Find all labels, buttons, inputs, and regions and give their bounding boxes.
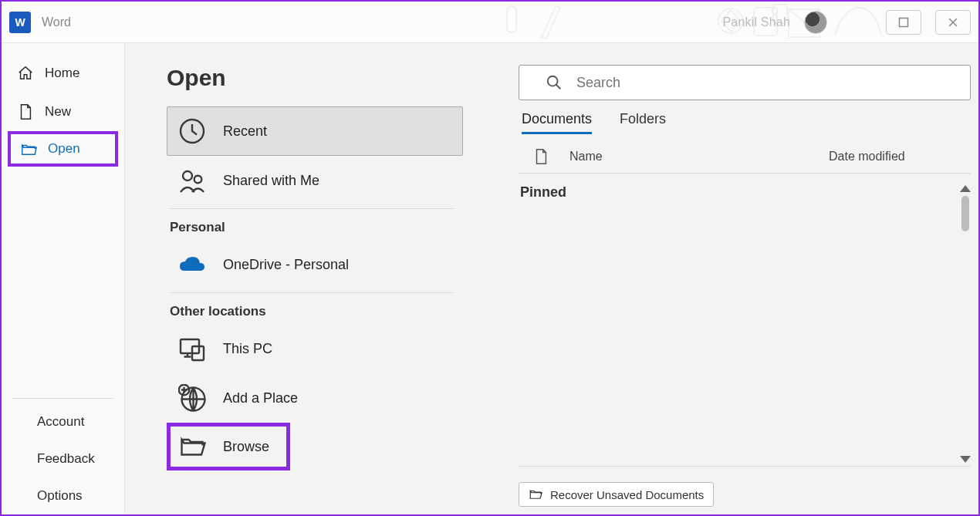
location-label: Shared with Me	[223, 173, 319, 189]
sidebar-item-label: Home	[45, 66, 79, 81]
column-headers: Name Date modified	[519, 148, 971, 174]
scroll-thumb[interactable]	[961, 196, 969, 231]
search-box[interactable]	[519, 65, 971, 100]
sidebar-item-label: Options	[37, 488, 83, 504]
app-window: W Word Pankil Shah Home New	[0, 0, 980, 516]
location-add-a-place[interactable]: Add a Place	[167, 373, 475, 423]
recover-unsaved-button[interactable]: Recover Unsaved Documents	[519, 482, 714, 507]
location-onedrive-personal[interactable]: OneDrive - Personal	[167, 240, 475, 289]
sidebar-item-account[interactable]: Account	[2, 403, 124, 440]
recover-button-label: Recover Unsaved Documents	[550, 488, 704, 501]
location-label: OneDrive - Personal	[223, 257, 349, 273]
tab-documents[interactable]: Documents	[522, 111, 592, 134]
sidebar-item-options[interactable]: Options	[2, 477, 124, 514]
sidebar-item-label: Open	[48, 141, 80, 157]
document-icon	[532, 148, 549, 165]
app-name-label: Word	[42, 15, 71, 29]
locations-column: Open Recent Shared with Me Personal	[167, 65, 475, 507]
sidebar-item-new[interactable]: New	[2, 93, 124, 131]
location-label: Browse	[223, 439, 269, 455]
sidebar-item-label: New	[45, 104, 71, 120]
tab-folders[interactable]: Folders	[620, 111, 666, 134]
window-close-button[interactable]	[935, 10, 971, 35]
titlebar: W Word Pankil Shah	[2, 2, 978, 43]
new-doc-icon	[17, 103, 34, 120]
locations-heading-personal: Personal	[167, 212, 475, 240]
people-icon	[178, 167, 206, 194]
scroll-down-icon	[960, 456, 971, 463]
user-avatar[interactable]	[804, 11, 827, 34]
backstage-sidebar: Home New Open Account Feedback Options	[2, 43, 125, 514]
scroll-up-icon	[960, 185, 971, 192]
location-recent[interactable]: Recent	[167, 106, 463, 156]
clock-icon	[178, 117, 206, 145]
files-column: Documents Folders Name Date modified Pin…	[519, 65, 963, 507]
sidebar-item-home[interactable]: Home	[2, 54, 124, 93]
file-tabs: Documents Folders	[519, 111, 963, 134]
onedrive-icon	[178, 251, 206, 278]
folder-open-icon	[178, 433, 206, 460]
location-label: Recent	[223, 123, 267, 140]
main-area: Open Recent Shared with Me Personal	[125, 43, 978, 514]
location-shared-with-me[interactable]: Shared with Me	[167, 156, 475, 205]
column-date-modified[interactable]: Date modified	[829, 150, 968, 164]
folder-open-icon	[529, 487, 542, 501]
location-label: Add a Place	[223, 390, 298, 406]
page-title: Open	[167, 65, 475, 91]
sidebar-item-open[interactable]: Open	[8, 131, 118, 167]
window-maximize-button[interactable]	[886, 10, 921, 35]
search-icon	[546, 74, 563, 91]
maximize-icon	[898, 17, 909, 28]
location-browse[interactable]: Browse	[167, 423, 290, 470]
section-pinned: Pinned	[519, 174, 963, 201]
svg-point-6	[183, 171, 192, 180]
svg-point-7	[194, 176, 202, 184]
column-name[interactable]: Name	[569, 150, 829, 164]
svg-point-12	[548, 76, 558, 86]
add-place-icon	[178, 384, 206, 412]
search-input[interactable]	[576, 75, 956, 91]
close-icon	[948, 17, 958, 28]
scrollbar[interactable]	[958, 185, 972, 463]
sidebar-item-label: Account	[37, 414, 84, 430]
user-name-label: Pankil Shah	[722, 15, 790, 29]
sidebar-item-feedback[interactable]: Feedback	[2, 440, 124, 477]
this-pc-icon	[178, 335, 206, 363]
svg-rect-4	[900, 18, 908, 26]
home-icon	[17, 65, 34, 82]
word-app-icon: W	[9, 12, 31, 33]
sidebar-item-label: Feedback	[37, 451, 95, 467]
locations-heading-other: Other locations	[167, 296, 475, 324]
recover-bar: Recover Unsaved Documents	[519, 466, 971, 507]
location-label: This PC	[223, 341, 272, 357]
folder-open-icon	[20, 140, 37, 157]
location-this-pc[interactable]: This PC	[167, 324, 475, 373]
